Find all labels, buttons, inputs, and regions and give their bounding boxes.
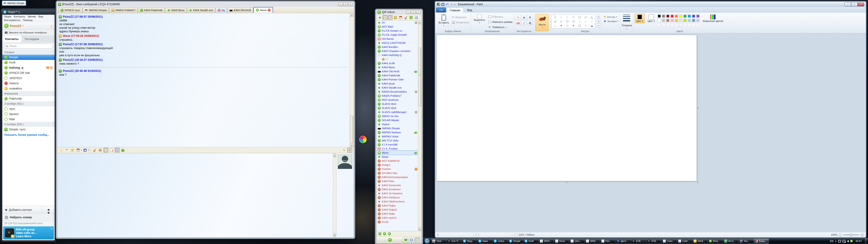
taskbar-button[interactable]: Hroft [523, 239, 538, 244]
shape-arrow-left[interactable]: ← [583, 19, 589, 24]
taskbar-button[interactable]: Dimple [508, 239, 523, 244]
qip-contact-row[interactable]: X.I.X mex388 [377, 143, 418, 147]
rotate-button[interactable]: ↻ Повернуть ▾ [488, 25, 513, 29]
qip-contact-row[interactable]: WATAG Nubiara [377, 130, 418, 134]
edit-colors-button[interactable]: Изменение цветов [702, 13, 725, 23]
taskbar-button[interactable]: (WN)... [585, 239, 600, 244]
gear-button[interactable]: ⚙ [347, 148, 352, 152]
palette-swatch[interactable] [688, 19, 691, 22]
palette-swatch[interactable] [657, 14, 661, 18]
dropdown-icon[interactable]: ▾ [88, 149, 89, 151]
scrollbar-thumb[interactable] [418, 48, 421, 106]
taskbar-button[interactable]: Пос... [600, 239, 615, 244]
skype-contact-row[interactable]: Dimple [2, 55, 55, 60]
chat-tab[interactable]: ★KAHI Stealth eve [187, 7, 215, 13]
qip-contact-row[interactable]: WATAG Dimple [377, 126, 418, 130]
qip-contact-row[interactable]: Krutoi [377, 220, 418, 224]
wrench-button[interactable] [403, 15, 408, 20]
taskbar-button[interactable]: Исто... [723, 239, 738, 244]
chat-tab[interactable]: KAHI Old Hroft [227, 7, 253, 13]
chat-tab[interactable]: RAIDS PoMкА17 [109, 7, 137, 13]
dropdown-icon[interactable]: ▾ [81, 149, 82, 151]
scroll-up-icon[interactable]: ▲ [418, 21, 421, 24]
scroll-up-icon[interactable]: ▲ [333, 154, 336, 157]
palette-swatch[interactable] [666, 19, 670, 22]
taskbar-clock[interactable]: 20:47 [855, 240, 864, 242]
message-scrollbar[interactable]: ▲ ▼ [350, 13, 353, 147]
zoom-slider-thumb[interactable] [850, 233, 852, 236]
skype-contact-row[interactable]: nync [2, 106, 55, 111]
taskbar-button[interactable]: (Лун... [569, 239, 584, 244]
menu-view[interactable]: Вид [38, 15, 43, 18]
shape-diamond[interactable]: ◇ [558, 19, 564, 24]
qip-contact-row[interactable]: ★Vaskol [377, 122, 418, 126]
qip-scrollbar[interactable]: ▲ ▼ [418, 21, 421, 231]
palette-swatch-empty[interactable] [679, 23, 682, 26]
taskbar-button[interactable]: KAHI... [692, 239, 707, 244]
shape-ellipse[interactable]: ○ [564, 15, 570, 19]
size-label[interactable]: Толщина [622, 24, 632, 27]
brushes-button[interactable]: Кисти ▾ [535, 14, 549, 31]
chat-tab[interactable]: WATAG Dimple [83, 7, 109, 13]
chat-tab[interactable]: Женя✕ [253, 7, 273, 13]
shapes-scroll-up-icon[interactable]: ▲ [597, 14, 600, 19]
skype-contact-row[interactable]: NYNCD DR Volt [2, 70, 55, 75]
palette-swatch-empty[interactable] [692, 23, 695, 26]
shape-rectangle[interactable]: □ [570, 15, 577, 19]
shape-arrow-down[interactable]: ↓ [552, 24, 558, 28]
calendar-button[interactable] [398, 15, 403, 20]
qip-contact-row[interactable]: AGT KyMAPUk [377, 159, 418, 163]
qip-contact-row[interactable]: FU.CK Keeper zu [377, 29, 418, 33]
palette-swatch[interactable] [662, 19, 665, 22]
shapes-more-icon[interactable]: ▼ [597, 24, 600, 28]
color1-button[interactable]: Цвет 1 [635, 13, 645, 23]
zoom-in-button[interactable]: + [861, 233, 864, 237]
shape-line[interactable]: ╲ [552, 15, 558, 19]
taskbar-button[interactable]: Lister... [662, 239, 677, 244]
qip-contact-row[interactable]: ★HSCQ LIGHTVIZOR [377, 41, 418, 45]
taskbar-button[interactable]: [Psix... [708, 239, 723, 244]
scroll-down-icon[interactable]: ▼ [418, 227, 421, 231]
ad-close-icon[interactable]: ✕ [51, 227, 53, 230]
qip-contact-row[interactable]: NAGH Numiz [377, 37, 418, 41]
input-scrollbar[interactable]: ▲ ▼ [333, 154, 336, 237]
skype-contact-row[interactable]: Никита [2, 81, 55, 86]
palette-swatch[interactable] [671, 19, 674, 22]
shape-arrow-right[interactable]: → [577, 19, 583, 24]
palette-swatch[interactable] [679, 14, 682, 18]
search-globe-button[interactable] [409, 238, 414, 242]
palette-swatch[interactable] [692, 14, 695, 18]
palette-swatch-empty[interactable] [675, 23, 678, 26]
taskbar-button[interactable]: Ники... [477, 239, 492, 244]
resize-button[interactable]: Изменить размер [488, 20, 513, 24]
message-area[interactable]: PsixoZZ (17:56:07 20/08/2011)16666не отв… [57, 13, 353, 147]
tab-home[interactable]: Главная [446, 8, 464, 13]
shapes-scroll-down-icon[interactable]: ▼ [597, 19, 600, 23]
clipboard-button[interactable]: ✔ [383, 15, 388, 20]
scroll-down-icon[interactable]: ▼ [350, 144, 353, 147]
qip-contact-row[interactable]: ★RAIDS Волк(Hobblin) [377, 90, 418, 94]
keyboard-button[interactable] [103, 148, 108, 152]
qip-contact-row[interactable]: ★KAHI OttoKrechmer [377, 200, 418, 204]
redo-icon[interactable]: ↷ [450, 3, 453, 6]
palette-swatch-empty[interactable] [671, 23, 674, 26]
palette-swatch[interactable] [671, 14, 674, 18]
picker-tool-button[interactable]: ╱ [521, 20, 527, 25]
minimize-button[interactable]: ─ [406, 11, 411, 14]
palette-swatch[interactable] [657, 19, 661, 22]
search-input[interactable]: Поиск [4, 43, 53, 49]
paint-titlebar[interactable]: ↶ ↷ ▾ Безымянный - Paint ─ □ × [435, 2, 866, 7]
qip-contact-row[interactable]: KAHI Flink [377, 179, 418, 183]
quotes-button[interactable]: ” [64, 148, 69, 152]
maximize-button[interactable]: □ [851, 2, 858, 6]
mute-button[interactable]: ♪ [388, 15, 393, 20]
scroll-up-icon[interactable]: ▲ [350, 13, 353, 17]
qip-contact-row[interactable]: KAHI JoJiK [377, 61, 418, 65]
fill-button[interactable]: ◆ Заливка ▾ [603, 20, 618, 23]
ad-learn-more-link[interactable]: Learn More. [16, 235, 32, 238]
menu-contacts[interactable]: Контакты [14, 15, 25, 18]
qat-dropdown-icon[interactable]: ▾ [454, 3, 455, 5]
floating-chat-tab[interactable]: WATAG Dimple [2, 0, 26, 6]
tab-close-icon[interactable]: ✕ [268, 8, 271, 11]
skype-contact-row[interactable]: Mad [2, 117, 55, 122]
